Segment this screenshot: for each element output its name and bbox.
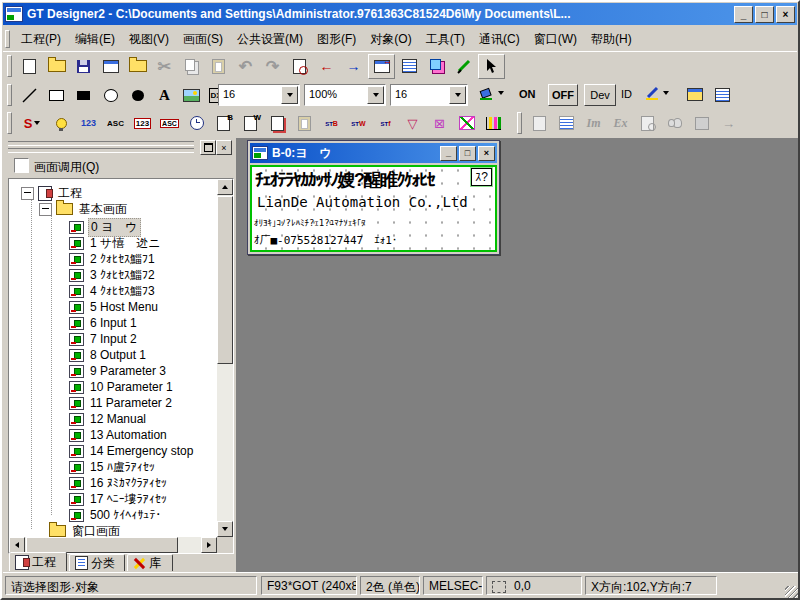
screen-call-checkbox[interactable] — [14, 158, 29, 173]
screen-preview-icon[interactable] — [287, 55, 312, 78]
tree-vertical-scrollbar[interactable] — [217, 179, 233, 537]
menu-help[interactable]: 帮助(H) — [584, 28, 639, 51]
tree-screen-item[interactable]: 17 ﾍﾆｰ塿ﾗｱｨｾｯ — [65, 491, 169, 507]
document-maximize-button[interactable]: □ — [459, 146, 476, 161]
pen-tool-icon[interactable] — [451, 55, 476, 78]
menubar-grip[interactable] — [5, 30, 10, 48]
template-icon[interactable] — [527, 112, 552, 135]
fill-color-dropdown-icon[interactable] — [498, 91, 504, 95]
ascii-display-icon[interactable]: ASC — [103, 112, 128, 135]
word-lamp-f-icon[interactable]: STf — [373, 112, 398, 135]
zoom-dropdown-icon[interactable] — [367, 86, 384, 104]
image-edit-icon[interactable] — [689, 112, 714, 135]
toolbar-grip[interactable] — [7, 55, 12, 77]
menu-edit[interactable]: 编辑(E) — [68, 28, 122, 51]
go-next-icon[interactable]: → — [716, 112, 741, 135]
screen-canvas[interactable]: ﾁｪｵﾃﾗﾔｶｶｯｻﾉ嫂?醒睢ｸｹｫﾋｾ ｽ? LianDe Automatio… — [250, 165, 497, 252]
font-size-combo[interactable]: 16 — [218, 84, 300, 106]
open-icon[interactable] — [44, 55, 69, 78]
open-screen-icon[interactable] — [125, 55, 150, 78]
minimize-button[interactable]: _ — [734, 6, 753, 23]
tree-screen-item[interactable]: 12 Manual — [65, 411, 148, 427]
tree-screen-item[interactable]: 0 ヨ ウ — [65, 219, 141, 235]
redo-icon[interactable]: ↷ — [260, 55, 285, 78]
menu-common[interactable]: 公共设置(M) — [230, 28, 310, 51]
layers-icon[interactable] — [424, 55, 449, 78]
next-screen-icon[interactable]: → — [341, 55, 366, 78]
document-title-bar[interactable]: B-0:ヨ ウ _ □ × — [250, 143, 497, 163]
scroll-left-icon[interactable] — [9, 537, 25, 553]
numeric-display-icon[interactable]: 123 — [76, 112, 101, 135]
text-tool-icon[interactable]: A — [152, 84, 177, 107]
tree-screen-item[interactable]: 1 サ憘 迯ニ — [65, 235, 163, 251]
find-icon[interactable] — [662, 112, 687, 135]
menu-window[interactable]: 窗口(W) — [527, 28, 584, 51]
tree-horizontal-scrollbar[interactable] — [9, 537, 217, 553]
pen-color-dropdown-icon[interactable] — [663, 91, 669, 95]
rect-tool-icon[interactable] — [44, 84, 69, 107]
line-tool-icon[interactable] — [17, 84, 42, 107]
dev-button[interactable]: Dev — [584, 84, 616, 106]
menu-screen[interactable]: 画面(S) — [176, 28, 230, 51]
tree-folder-base-screens[interactable]: 基本画面 — [39, 201, 129, 217]
menu-project[interactable]: 工程(P) — [14, 28, 68, 51]
parts-display-icon[interactable] — [265, 112, 290, 135]
panel-close-button[interactable]: × — [216, 140, 232, 155]
parts-movement-icon[interactable] — [292, 112, 317, 135]
comment-word-icon[interactable]: W — [238, 112, 263, 135]
list-edit-icon[interactable] — [554, 112, 579, 135]
project-tree[interactable]: 工程 基本画面 0 ヨ ウ 1 サ憘 迯ニ 2 ｸｫﾋｾｽ鯔ﾌ1 3 ｸｫﾋｾｽ… — [8, 178, 234, 554]
tree-screen-item[interactable]: 8 Output 1 — [65, 347, 148, 363]
ellipse-tool-icon[interactable] — [98, 84, 123, 107]
tree-screen-item[interactable]: 3 ｸｫﾋｾｽ鯔ﾌ2 — [65, 267, 157, 283]
tree-screen-item[interactable]: 14 Emergency stop — [65, 443, 195, 459]
new-icon[interactable] — [17, 55, 42, 78]
snap-dropdown-icon[interactable] — [449, 86, 466, 104]
scroll-down-icon[interactable] — [217, 521, 233, 537]
tree-screen-item[interactable]: 4 ｸｫﾋｾｽ鯔ﾌ3 — [65, 283, 157, 299]
filled-ellipse-tool-icon[interactable] — [125, 84, 150, 107]
horizontal-scroll-thumb[interactable] — [26, 537, 178, 553]
zoom-combo[interactable]: 100% — [304, 84, 386, 106]
off-button[interactable]: OFF — [548, 84, 578, 106]
menu-object[interactable]: 对象(O) — [363, 28, 418, 51]
tree-screen-item[interactable]: 7 Input 2 — [65, 331, 139, 347]
vertical-scroll-thumb[interactable] — [217, 196, 233, 364]
tree-screen-item[interactable]: 2 ｸｫﾋｾｽ鯔ﾌ1 — [65, 251, 157, 267]
tree-screen-item[interactable]: 13 Automation — [65, 427, 169, 443]
toolbar-grip5[interactable] — [517, 112, 522, 134]
screen-size-button[interactable]: ↔ — [368, 54, 395, 79]
panelmeter-icon[interactable]: ▽ — [400, 112, 425, 135]
clock-icon[interactable] — [184, 112, 209, 135]
preview-image-icon[interactable] — [635, 112, 660, 135]
tree-screen-item[interactable]: 10 Parameter 1 — [65, 379, 175, 395]
save-icon[interactable] — [71, 55, 96, 78]
cut-icon[interactable]: ✂ — [152, 55, 177, 78]
ascii-input-icon[interactable]: ASC — [157, 112, 182, 135]
line-graph-icon[interactable] — [454, 112, 479, 135]
collapse-icon[interactable] — [39, 203, 52, 216]
previous-screen-icon[interactable]: ← — [314, 55, 339, 78]
undo-icon[interactable]: ↶ — [233, 55, 258, 78]
screen-window-icon[interactable] — [682, 83, 707, 106]
tree-screen-item[interactable]: 16 ﾇﾐｶﾏｸﾗｱｨｾｯ — [65, 475, 169, 491]
paste-icon[interactable] — [206, 55, 231, 78]
tree-screen-item[interactable]: 6 Input 1 — [65, 315, 139, 331]
title-bar[interactable]: GT Designer2 - C:\Documents and Settings… — [3, 3, 797, 25]
toolbar-grip2[interactable] — [7, 84, 12, 106]
document-minimize-button[interactable]: _ — [440, 146, 457, 161]
toolbar-grip4[interactable] — [7, 112, 12, 134]
report-icon[interactable] — [710, 83, 735, 106]
menu-figure[interactable]: 图形(F) — [310, 28, 363, 51]
collapse-icon[interactable] — [21, 187, 34, 200]
numeric-input-icon[interactable]: 123 — [130, 112, 155, 135]
data-list-icon[interactable] — [397, 55, 422, 78]
fill-color-tool[interactable] — [478, 85, 504, 100]
menu-view[interactable]: 视图(V) — [122, 28, 176, 51]
tree-screen-item[interactable]: 9 Parameter 3 — [65, 363, 168, 379]
new-screen-icon[interactable] — [98, 55, 123, 78]
word-lamp-b-icon[interactable]: STB — [319, 112, 344, 135]
image-tool-icon[interactable] — [179, 84, 204, 107]
import-icon[interactable]: Im — [581, 112, 606, 135]
scroll-right-icon[interactable] — [201, 537, 217, 553]
